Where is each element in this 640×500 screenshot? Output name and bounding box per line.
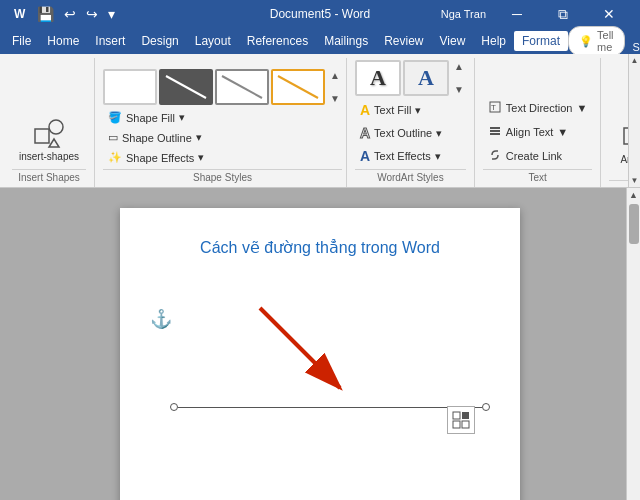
shape-effects-dropdown[interactable]: ▾ [198, 151, 204, 164]
svg-rect-23 [453, 421, 460, 428]
svg-line-5 [166, 76, 206, 98]
text-fill-button[interactable]: A Text Fill ▾ [355, 99, 466, 121]
create-link-button[interactable]: Create Link [483, 145, 593, 167]
menu-home[interactable]: Home [39, 31, 87, 51]
text-direction-dropdown[interactable]: ▼ [576, 102, 587, 114]
layout-options-icon[interactable] [447, 406, 475, 434]
shape-line[interactable] [170, 403, 490, 411]
shape-effects-button[interactable]: ✨ Shape Effects ▾ [103, 148, 342, 167]
tell-me-label: Tell me [597, 29, 614, 53]
svg-rect-10 [490, 127, 500, 129]
svg-rect-2 [35, 129, 49, 143]
text-effects-dropdown[interactable]: ▾ [435, 150, 441, 163]
wordart-styles-group: A A ▲ ▼ A Text Fill ▾ [347, 58, 475, 187]
line-handle-left[interactable] [170, 403, 178, 411]
text-direction-icon: T [488, 100, 502, 116]
close-button[interactable]: ✕ [586, 0, 632, 28]
doc-scroll-thumb[interactable] [629, 204, 639, 244]
shape-style-4[interactable] [271, 69, 325, 105]
align-text-label: Align Text [506, 126, 554, 138]
save-button[interactable]: 💾 [34, 4, 57, 24]
shapes-icon [33, 117, 65, 151]
line-handle-right[interactable] [482, 403, 490, 411]
menu-insert[interactable]: Insert [87, 31, 133, 51]
shape-outline-label: Shape Outline [122, 132, 192, 144]
menu-help[interactable]: Help [473, 31, 514, 51]
text-effects-label: Text Effects [374, 150, 431, 162]
wordart-style-1[interactable]: A [355, 60, 401, 96]
tell-me-box[interactable]: 💡 Tell me [568, 26, 625, 56]
shape-fill-dropdown[interactable]: ▾ [179, 111, 185, 124]
shape-style-2[interactable] [159, 69, 213, 105]
text-direction-button[interactable]: T Text Direction ▼ [483, 97, 593, 119]
create-link-icon [488, 148, 502, 164]
text-outline-button[interactable]: A Text Outline ▾ [355, 122, 466, 144]
menu-file[interactable]: File [4, 31, 39, 51]
document-area: Cách vẽ đường thẳng trong Word ⚓ [0, 188, 640, 500]
title-bar-left: W 💾 ↩ ↪ ▾ [8, 3, 118, 26]
menu-bar: File Home Insert Design Layout Reference… [0, 28, 640, 54]
minimize-button[interactable]: ─ [494, 0, 540, 28]
effects-icon: ✨ [108, 151, 122, 164]
shape-outline-dropdown[interactable]: ▾ [196, 131, 202, 144]
wordart-styles-content: A A ▲ ▼ A Text Fill ▾ [355, 60, 466, 167]
menu-review[interactable]: Review [376, 31, 431, 51]
text-effects-button[interactable]: A Text Effects ▾ [355, 145, 466, 167]
shape-style-scroll-down[interactable]: ▼ [328, 92, 342, 105]
ribbon-scroll-up[interactable]: ▲ [629, 54, 640, 67]
align-text-button[interactable]: Align Text ▼ [483, 121, 593, 143]
shape-fill-button[interactable]: 🪣 Shape Fill ▾ [103, 108, 342, 127]
undo-button[interactable]: ↩ [61, 4, 79, 24]
wordart-scroll-up[interactable]: ▲ [452, 60, 466, 73]
share-button[interactable]: ↑ Share [625, 26, 640, 56]
svg-rect-12 [490, 133, 500, 135]
text-outline-label: Text Outline [374, 127, 432, 139]
fill-icon: 🪣 [108, 111, 122, 124]
align-text-dropdown[interactable]: ▼ [557, 126, 568, 138]
menu-format[interactable]: Format [514, 31, 568, 51]
text-fill-icon: A [360, 102, 370, 118]
quick-access: W 💾 ↩ ↪ ▾ [8, 3, 118, 26]
shape-fill-label: Shape Fill [126, 112, 175, 124]
customize-quick-access-button[interactable]: ▾ [105, 4, 118, 24]
doc-scroll-up[interactable]: ▲ [627, 188, 640, 202]
svg-text:T: T [491, 103, 496, 112]
svg-line-6 [222, 76, 262, 98]
text-group: T Text Direction ▼ Align Text [475, 58, 602, 187]
insert-shapes-group: insert-shapes Insert Shapes [4, 58, 95, 187]
document-scrollbar: ▲ [626, 188, 640, 500]
shapes-label: insert-shapes [19, 151, 79, 162]
document-page: Cách vẽ đường thẳng trong Word ⚓ [120, 208, 520, 500]
text-effects-icon: A [360, 148, 370, 164]
line-body [178, 407, 482, 408]
redo-button[interactable]: ↪ [83, 4, 101, 24]
menu-references[interactable]: References [239, 31, 316, 51]
menu-design[interactable]: Design [133, 31, 186, 51]
shape-style-1[interactable] [103, 69, 157, 105]
menu-view[interactable]: View [432, 31, 474, 51]
text-outline-dropdown[interactable]: ▾ [436, 127, 442, 140]
red-arrow [240, 298, 370, 418]
window-controls: ─ ⧉ ✕ [494, 0, 632, 28]
shapes-button[interactable]: insert-shapes [12, 112, 86, 167]
shape-outline-button[interactable]: ▭ Shape Outline ▾ [103, 128, 342, 147]
restore-button[interactable]: ⧉ [540, 0, 586, 28]
menu-mailings[interactable]: Mailings [316, 31, 376, 51]
wordart-style-2[interactable]: A [403, 60, 449, 96]
text-fill-dropdown[interactable]: ▾ [415, 104, 421, 117]
shape-style-3[interactable] [215, 69, 269, 105]
ribbon-scroll-down[interactable]: ▼ [629, 174, 640, 187]
document-title: Cách vẽ đường thẳng trong Word [120, 208, 520, 277]
wordart-scroll-down[interactable]: ▼ [452, 83, 466, 96]
text-group-content: T Text Direction ▼ Align Text [483, 60, 593, 167]
word-icon[interactable]: W [8, 3, 30, 26]
svg-line-20 [260, 308, 340, 388]
shape-style-scroll-up[interactable]: ▲ [328, 69, 342, 82]
menu-layout[interactable]: Layout [187, 31, 239, 51]
anchor-icon: ⚓ [150, 308, 172, 330]
insert-shapes-label: Insert Shapes [12, 169, 86, 185]
ribbon: insert-shapes Insert Shapes [0, 54, 640, 188]
wordart-styles-label: WordArt Styles [355, 169, 466, 185]
text-direction-label: Text Direction [506, 102, 573, 114]
svg-rect-21 [453, 412, 460, 419]
